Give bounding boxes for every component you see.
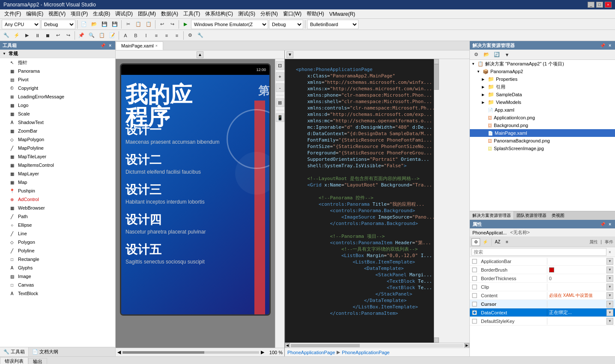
tb-btn-r16[interactable]: ≡: [162, 31, 171, 40]
se-item-mainpagexaml[interactable]: 📄 MainPage.xaml: [470, 129, 615, 137]
prop-cb-cursor[interactable]: [472, 301, 478, 307]
xml-editor[interactable]: <phone:PhoneApplicationPage x:Class="Pan…: [285, 59, 439, 343]
prop-item-content[interactable]: Content 必须在 XAML 中设置值 ▼: [470, 291, 615, 300]
menu-file[interactable]: 文件(F): [2, 9, 24, 18]
prop-cb-datacontext[interactable]: [472, 310, 478, 316]
se-item-sampledata[interactable]: ▶ 📁 SampleData: [470, 91, 615, 98]
menu-test[interactable]: 测试(S): [236, 9, 258, 18]
xml-scroll-down[interactable]: ▼: [434, 337, 439, 343]
se-tb-collapse[interactable]: ▼: [502, 50, 512, 59]
se-tb-refresh[interactable]: 🔄: [492, 50, 502, 59]
toolbox-item-pushpin[interactable]: 📍 Pushpin: [0, 186, 115, 195]
toolbox-item-pivot[interactable]: ▤ Pivot: [0, 75, 115, 84]
menu-help[interactable]: 帮助(H): [304, 9, 327, 18]
tb-btn-r8[interactable]: 📌: [77, 31, 86, 40]
prop-cb-content[interactable]: [472, 293, 478, 299]
se-item-splash[interactable]: 🖼 SplashScreenImage.jpg: [470, 145, 615, 152]
se-item-references[interactable]: ▶ 📁 引用: [470, 83, 615, 91]
snap-btn[interactable]: ⊞: [276, 98, 284, 107]
tb-btn-r13[interactable]: B: [131, 31, 140, 40]
tb-btn-r10[interactable]: 📋: [97, 31, 107, 40]
toolbox-item-logo[interactable]: ▩ Logo: [0, 101, 115, 109]
menu-analyze[interactable]: 分析(N): [258, 9, 281, 18]
toolbox-item-webbrowser[interactable]: ▦ WebBrowser: [0, 204, 115, 212]
props-close-btn[interactable]: ×: [607, 222, 612, 227]
se-item-properties[interactable]: ▶ 📁 Properties: [470, 75, 615, 83]
toolbox-pin-btn[interactable]: 📌: [99, 43, 107, 48]
menu-edit[interactable]: 编辑(E): [24, 9, 46, 18]
tb-btn-r9[interactable]: 🔍: [87, 31, 96, 40]
toolbox-category-common[interactable]: ▼ 常规: [0, 50, 115, 58]
zoom-scroll-left[interactable]: ◀: [117, 349, 121, 355]
close-btn[interactable]: ×: [605, 2, 612, 8]
prop-cb-clip[interactable]: [472, 284, 478, 290]
tb-btn-r11[interactable]: 📝: [107, 31, 117, 40]
xml-hscroll-right[interactable]: ▶: [464, 343, 469, 348]
toolbox-item-textblock[interactable]: A TextBlock: [0, 289, 115, 298]
toolbox-item-mappolyline[interactable]: ╱ MapPolyline: [0, 144, 115, 152]
tb-btn-r5[interactable]: ⏹: [43, 31, 52, 40]
tb-btn-r4[interactable]: ⏸: [33, 31, 42, 40]
se-header-buttons[interactable]: 📌 ×: [599, 43, 612, 48]
prop-color-swatch-borderbrush[interactable]: [549, 267, 554, 272]
menu-vmware[interactable]: VMware(R): [327, 10, 358, 18]
toolbox-item-loading[interactable]: ⊠ LoadingErrorMessage: [0, 92, 115, 101]
se-close-btn[interactable]: ×: [607, 43, 612, 48]
se-tab-solution-explorer[interactable]: 解决方案资源管理器: [470, 211, 514, 219]
props-pin-btn[interactable]: 📌: [599, 222, 606, 227]
tb-btn-copy[interactable]: 📋: [134, 20, 143, 29]
collapse-xml-btn[interactable]: ▼: [287, 51, 293, 58]
toolbox-item-mapitemscontrol[interactable]: ▦ MapItemsControl: [0, 161, 115, 169]
se-item-solution[interactable]: ▼ 📋 解决方案 "PanoramaApp2" (1 个项目): [470, 60, 615, 68]
menu-data[interactable]: 数据(A): [158, 9, 181, 18]
menu-team[interactable]: 团队(M): [135, 9, 158, 18]
xml-scroll-up[interactable]: ▲: [434, 59, 439, 64]
toolbox-item-ellipse[interactable]: ○ Ellipse: [0, 221, 115, 229]
tb-btn-r14[interactable]: I: [141, 31, 151, 40]
zoom-scrollbar-thumb[interactable]: [122, 351, 204, 354]
zoom-scroll-right[interactable]: ▶: [261, 349, 264, 355]
xml-hscroll-track[interactable]: [291, 344, 463, 347]
menu-build[interactable]: 生成(B): [90, 9, 113, 18]
breadcrumb-item1[interactable]: PhoneApplicationPage: [287, 350, 335, 355]
prop-item-borderthickness[interactable]: BorderThickness 0 ▼: [470, 274, 615, 283]
tab-error-list[interactable]: 错误列表: [0, 357, 28, 364]
breadcrumb-item2[interactable]: PhoneApplicationPage: [342, 350, 389, 355]
menu-project[interactable]: 项目(P): [68, 9, 90, 18]
prop-item-defaultstylekey[interactable]: DefaultStyleKey ▼: [470, 317, 615, 326]
tb-btn-saveall[interactable]: 💾: [110, 20, 119, 29]
props-header-buttons[interactable]: 📌 ×: [599, 222, 612, 227]
props-tab-events[interactable]: ⚡: [481, 238, 490, 246]
menu-debug[interactable]: 调试(D): [113, 9, 135, 18]
designer-canvas[interactable]: 12:00 我的应程序: [116, 59, 275, 348]
prop-dropdown-clip[interactable]: ▼: [606, 284, 613, 290]
prop-item-applicationbar[interactable]: ApplicationBar ▼: [470, 257, 615, 266]
props-tab-properties[interactable]: ⚙: [472, 238, 480, 246]
prop-dropdown-content[interactable]: ▼: [606, 292, 613, 299]
tb-btn-r17[interactable]: ≡: [172, 31, 182, 40]
props-search-clear-btn[interactable]: ×: [606, 249, 613, 255]
xml-hscrollbar[interactable]: ◀ ▶: [285, 343, 469, 348]
maximize-btn[interactable]: □: [596, 2, 603, 8]
toolbox-item-zoombar[interactable]: ▦ ZoomBar: [0, 127, 115, 135]
prop-dropdown-cursor[interactable]: ▼: [606, 301, 613, 308]
toolbox-item-mappolygon[interactable]: ◇ MapPolygon: [0, 135, 115, 144]
toolbox-item-scale[interactable]: ▦ Scale: [0, 109, 115, 118]
tb-btn-r1[interactable]: 🔧: [2, 31, 11, 40]
prop-item-datacontext[interactable]: DataContext 正在绑定... ▼: [470, 308, 615, 317]
tb-btn-cut[interactable]: ✂: [123, 20, 133, 29]
toolbox-item-maplayer[interactable]: ▦ MapLayer: [0, 169, 115, 178]
tab-output[interactable]: 输出: [28, 358, 47, 364]
props-sort-alpha[interactable]: AZ: [493, 238, 502, 246]
prop-dropdown-borderthickness[interactable]: ▼: [606, 275, 613, 282]
toolbox-item-panorama[interactable]: ▦ Panorama: [0, 67, 115, 75]
se-tb-properties[interactable]: ⚙: [472, 50, 481, 59]
config-dropdown[interactable]: Debug: [41, 20, 75, 29]
collapse-design-btn[interactable]: ▲: [197, 51, 203, 58]
tb-btn-save[interactable]: 💾: [100, 20, 109, 29]
tb-btn-undo[interactable]: ↩: [157, 20, 167, 29]
prop-dropdown-datacontext[interactable]: ▼: [606, 309, 613, 316]
toolbox-item-path[interactable]: ╱ Path: [0, 212, 115, 221]
xml-scrollbar[interactable]: ▲ ▼: [434, 59, 439, 343]
toolbox-item-shadowtext[interactable]: A ShadowText: [0, 118, 115, 127]
